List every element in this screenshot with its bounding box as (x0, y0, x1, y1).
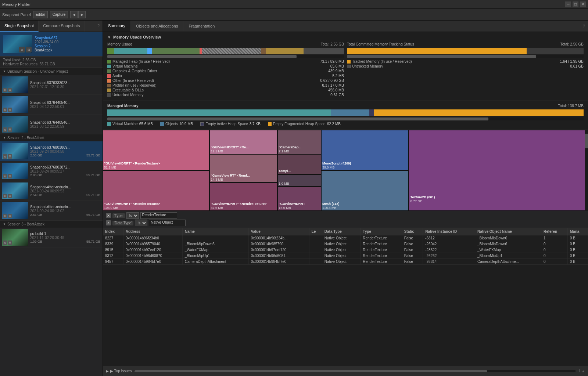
list-info-3: Snapshot-6376803869... 2021-09-24 00:04:… (30, 145, 100, 157)
editor-button[interactable]: Editor (33, 11, 48, 18)
col-datatype[interactable]: Data Type (322, 228, 360, 235)
list-item[interactable]: U⊞ Snapshot-After-reducin... 2021-09-24 … (0, 201, 103, 221)
session-header-1[interactable]: ▼ Session 2 - BoatAttack (0, 134, 103, 141)
treemap-block-5[interactable]: "CameraDep... 7.1 MB (277, 130, 321, 154)
treemap-block-10[interactable]: Mesh (118) 118.6 MB (321, 170, 409, 211)
cell-native-name[interactable]: _BloomMipDown6 (475, 241, 541, 247)
col-type[interactable]: Type (361, 228, 402, 235)
treemap-vscroll-thumb[interactable] (585, 134, 588, 148)
cell-native-name[interactable]: CameraDepthAttachme... (475, 259, 541, 265)
cell-native-id[interactable]: -26262 (423, 253, 475, 259)
list-name-7: pc-build-1 (30, 232, 100, 236)
list-item[interactable]: U⊞ Snapshot-6376803869... 2021-09-24 00:… (0, 141, 103, 161)
horizontal-scrollbar[interactable] (135, 370, 575, 372)
treemap-vscroll[interactable] (585, 130, 588, 211)
current-snapshot-item[interactable]: U ⊞ Snapshot-637... 2021-09-24 00:... Se… (1, 33, 101, 55)
col-mana[interactable]: Mana (567, 228, 588, 235)
col-name[interactable]: Name (182, 228, 248, 235)
col-static[interactable]: Static (402, 228, 423, 235)
bar-spacer (147, 48, 152, 54)
cell-mana: 0 B (567, 253, 588, 259)
session-header-0[interactable]: ▼ Unknown Session - Unknown Project (0, 68, 103, 75)
tracked-scrollbar[interactable] (347, 55, 584, 58)
treemap-block-0[interactable]: "GUIViewHDRRT" <RenderTexture> 51.9 MB (103, 130, 209, 170)
nav-back-button[interactable]: ◄ (70, 11, 78, 18)
list-item[interactable]: U⊞ pc-build-1 2021-11-02 20:30:49 1.09 G… (0, 228, 103, 247)
tab-single-snapshot[interactable]: Single Snapshot (0, 21, 39, 32)
maximize-button[interactable]: □ (573, 1, 578, 7)
treemap-block-8[interactable]: "GUIViewHDRRT 15.6 MB (277, 187, 321, 211)
filter-remove-1[interactable]: X (106, 220, 111, 225)
memory-scrollbar[interactable] (107, 55, 344, 58)
cell-value: 0x0000014b96d6081... (248, 253, 309, 259)
list-item[interactable]: U⊞ Snapshot-After-reducin... 2021-09-24 … (0, 181, 103, 201)
table-row[interactable]: 9312 0x0000014b96d60870 _BloomMipUp1 0x0… (103, 253, 588, 259)
col-le[interactable]: Le (309, 228, 322, 235)
table-row[interactable]: 8915 0x0000014b97eef120 _WaterFXMap 0x00… (103, 247, 588, 253)
treemap-block-7[interactable]: 1.0 MB (277, 174, 321, 187)
cell-native-name[interactable]: _BloomMipUp1 (475, 253, 541, 259)
cell-native-name[interactable]: _WaterFXMap (475, 247, 541, 253)
legend-tracked: Tracked Memory (In use / Reserved) 1.64 … (347, 59, 584, 64)
bar-other (202, 48, 261, 54)
right-help-icon[interactable]: ? (580, 21, 588, 31)
treemap-block-3[interactable]: "GameView RT" <Rend... 14.3 MB (209, 154, 277, 182)
session-arrow-1: ▼ (3, 136, 6, 140)
memory-usage-col: Memory Usage Total: 2.56 GB (107, 42, 344, 98)
minimize-button[interactable]: ─ (565, 1, 571, 7)
cell-native-name[interactable]: _BloomMipDown6 (475, 235, 541, 241)
filter-remove-0[interactable]: X (106, 213, 111, 218)
cell-datatype: Native Object (322, 259, 360, 265)
cell-ref: 0 (541, 259, 567, 265)
col-value[interactable]: Value (248, 228, 309, 235)
cell-native-id[interactable]: -28322 (423, 247, 475, 253)
table-row[interactable]: 8339 0x000014b98579040 _BloomMipDown6 0x… (103, 241, 588, 247)
tab-summary[interactable]: Summary (103, 21, 131, 32)
legend-value-empty-frag: 62.2 MB (327, 122, 341, 126)
filter-op-1[interactable]: Is (135, 220, 147, 226)
session-name-0: Unknown Session - Unknown Project (7, 69, 68, 73)
left-help-icon[interactable]: ? (94, 21, 103, 32)
bar-mvm (107, 109, 331, 116)
cell-native-id[interactable]: -6812 (423, 235, 475, 241)
snapshot-list[interactable]: ▼ Unknown Session - Unknown Project U⊞ S… (0, 68, 103, 376)
data-table-area[interactable]: Index Address Name Value Le Data Type Ty… (103, 228, 588, 366)
tab-fragmentation[interactable]: Fragmentation (183, 21, 220, 31)
list-item[interactable]: U⊞ Snapshot-6376440540... 2021-08-12 22:… (0, 95, 103, 115)
filter-op-0[interactable]: Is (126, 212, 139, 219)
close-button[interactable]: ✕ (580, 1, 586, 7)
tab-objects-allocations[interactable]: Objects and Allocations (131, 21, 183, 31)
capture-button[interactable]: Capture (50, 11, 68, 18)
table-row[interactable]: 9457 0x0000014b984bf7e0 CameraDepthAttac… (103, 259, 588, 265)
scrollbar-thumb[interactable] (135, 370, 487, 372)
col-native-id[interactable]: Native Instance ID (423, 228, 475, 235)
legend-vm: Virtual Machine 65.6 MB (107, 64, 344, 68)
session-header-2[interactable]: ▼ Session 3 - BoatAttack (0, 221, 103, 228)
tab-compare-snapshots[interactable]: Compare Snapshots (39, 21, 85, 32)
nav-forward-button[interactable]: ► (78, 11, 86, 18)
legend-color-objects (160, 122, 164, 126)
list-info-7: pc-build-1 2021-11-02 20:30:49 1.09 GB 5… (30, 232, 100, 243)
managed-scrollbar[interactable] (107, 118, 584, 120)
treemap-block-1[interactable]: "GUIViewHDRRT" <RenderTexture> 103.9 MB (103, 170, 209, 211)
treemap-block-11[interactable]: Texture2D (801) 0.77 GB (409, 130, 588, 211)
cell-native-id[interactable]: -26314 (423, 259, 475, 265)
cell-native-id[interactable]: -26042 (423, 241, 475, 247)
col-address[interactable]: Address (123, 228, 182, 235)
col-native-name[interactable]: Native Object Name (475, 228, 541, 235)
col-ref[interactable]: Referen (541, 228, 567, 235)
legend-value-untracked2: 0.61 GB (570, 64, 584, 68)
collapse-icon[interactable]: ▼ (107, 35, 111, 39)
table-row[interactable]: 8227 0x000014b96f234b0 0x0000014b96f234b… (103, 235, 588, 241)
treemap-block-6[interactable]: Templ... (277, 154, 321, 174)
top-issues-button[interactable]: ▶ ▶ Top Issues (106, 369, 132, 373)
treemap-block-4[interactable]: "GUIViewHDRRT" <RenderTexture> 37.6 MB (209, 182, 277, 211)
list-item[interactable]: U⊞ Snapshot-6376803872... 2021-09-24 00:… (0, 161, 103, 181)
list-item[interactable]: U⊞ Snapshot-6376440546... 2021-08-12 22:… (0, 115, 103, 134)
legend-value-managed: 73.1 / 89.6 MB (320, 59, 344, 64)
section-header: ▼ Memory Usage Overview (107, 35, 584, 39)
col-index[interactable]: Index (103, 228, 123, 235)
treemap-block-9[interactable]: MonoScript (4209) 39.0 MB (321, 130, 409, 170)
list-item[interactable]: U⊞ Snapshot-6376333023... 2021-07-31 12:… (0, 75, 103, 95)
treemap-block-2[interactable]: "GUIViewHDRRT" <Re... 12.1 MB (209, 130, 277, 154)
